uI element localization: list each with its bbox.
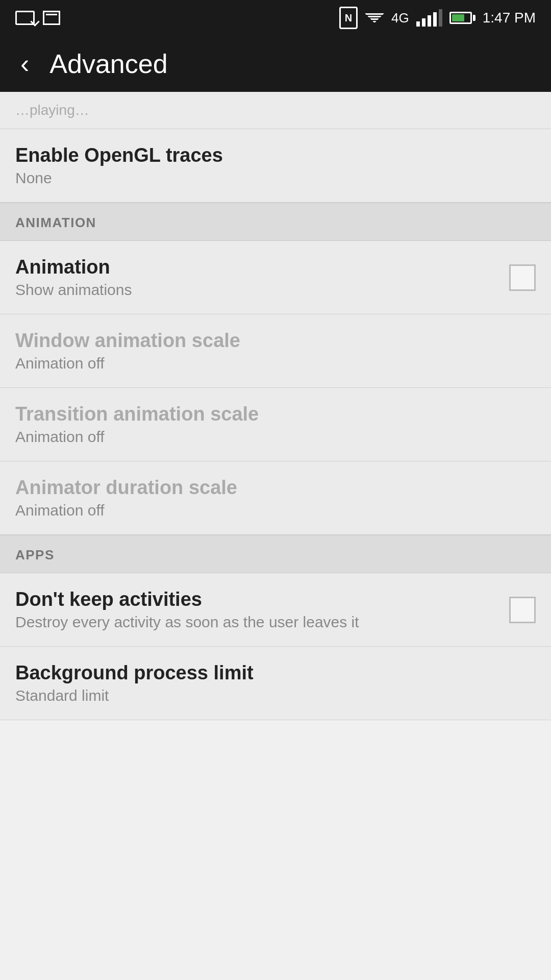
- transition-animation-scale-title: Transition animation scale: [15, 403, 536, 425]
- animation-title: Animation: [15, 256, 509, 278]
- enable-opengl-traces-title: Enable OpenGL traces: [15, 144, 536, 166]
- transition-animation-scale-item[interactable]: Transition animation scale Animation off: [0, 388, 551, 461]
- apps-section-header: APPS: [0, 535, 551, 573]
- dont-keep-activities-subtitle: Destroy every activity as soon as the us…: [15, 614, 509, 631]
- dont-keep-activities-title: Don't keep activities: [15, 589, 509, 610]
- signal-icon: [416, 9, 442, 27]
- animation-section-label: ANIMATION: [15, 215, 96, 230]
- background-process-limit-subtitle: Standard limit: [15, 687, 536, 704]
- animator-duration-scale-title: Animator duration scale: [15, 477, 536, 499]
- window-animation-scale-subtitle: Animation off: [15, 355, 536, 372]
- background-process-limit-title: Background process limit: [15, 662, 536, 684]
- window-animation-scale-title: Window animation scale: [15, 330, 536, 352]
- background-process-limit-item[interactable]: Background process limit Standard limit: [0, 647, 551, 720]
- status-right-icons: N 4G 1:47 PM: [339, 7, 536, 29]
- screen-icon: [43, 11, 60, 25]
- back-button[interactable]: ‹: [15, 45, 34, 82]
- wifi-icon: [365, 13, 384, 22]
- apps-section-label: APPS: [15, 547, 55, 562]
- status-time: 1:47 PM: [483, 10, 536, 26]
- app-bar-title: Advanced: [49, 48, 167, 79]
- enable-opengl-traces-item[interactable]: Enable OpenGL traces None: [0, 129, 551, 203]
- animator-duration-scale-item[interactable]: Animator duration scale Animation off: [0, 461, 551, 535]
- status-bar: N 4G 1:47 PM: [0, 0, 551, 36]
- animation-item[interactable]: Animation Show animations: [0, 241, 551, 314]
- animator-duration-scale-subtitle: Animation off: [15, 502, 536, 519]
- network-type-label: 4G: [391, 10, 409, 26]
- battery-icon: [449, 12, 475, 24]
- partial-item: …playing…: [0, 92, 551, 129]
- transition-animation-scale-subtitle: Animation off: [15, 428, 536, 446]
- compose-icon: [15, 11, 35, 25]
- animation-section-header: ANIMATION: [0, 203, 551, 241]
- dont-keep-activities-item[interactable]: Don't keep activities Destroy every acti…: [0, 573, 551, 647]
- window-animation-scale-item[interactable]: Window animation scale Animation off: [0, 314, 551, 388]
- animation-checkbox[interactable]: [509, 264, 536, 291]
- partial-item-text: …playing…: [15, 102, 89, 118]
- app-bar: ‹ Advanced: [0, 36, 551, 92]
- enable-opengl-traces-subtitle: None: [15, 169, 536, 187]
- status-left-icons: [15, 11, 60, 25]
- dont-keep-activities-checkbox[interactable]: [509, 597, 536, 623]
- nfc-icon: N: [339, 7, 358, 29]
- animation-subtitle: Show animations: [15, 281, 509, 299]
